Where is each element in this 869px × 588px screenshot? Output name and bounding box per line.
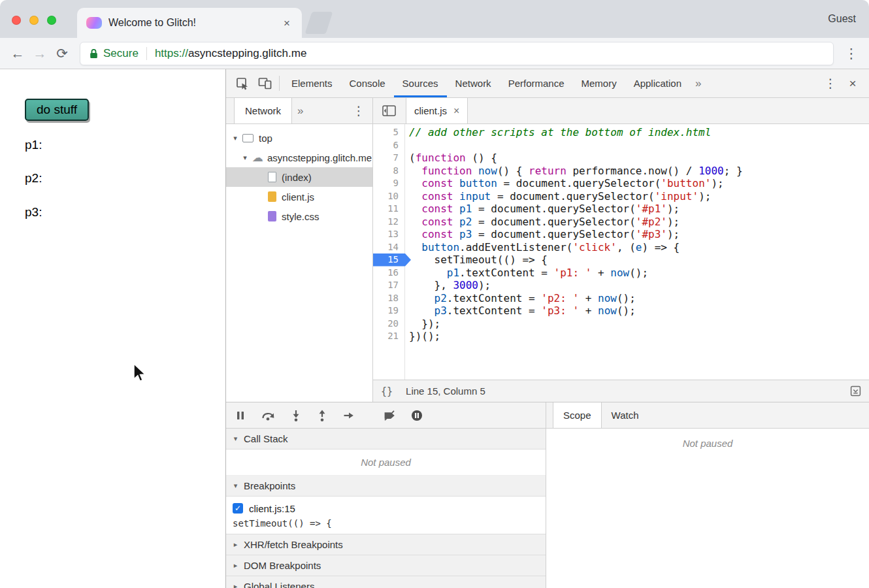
line-number[interactable]: 5 <box>373 126 404 139</box>
line-number[interactable]: 7 <box>373 152 404 165</box>
line-number[interactable]: 18 <box>373 292 404 305</box>
devtools-tab-performance[interactable]: Performance <box>500 69 573 97</box>
disclosure-triangle-icon: ▾ <box>232 434 239 443</box>
line-number[interactable]: 14 <box>373 241 404 254</box>
back-button[interactable]: ← <box>7 46 29 61</box>
browser-menu-icon[interactable]: ⋮ <box>840 46 862 61</box>
url-text: https://asyncstepping.glitch.me <box>155 47 306 60</box>
address-bar[interactable]: Secure https://asyncstepping.glitch.me <box>80 42 834 65</box>
editor-tab-clientjs[interactable]: client.js × <box>406 98 468 123</box>
xhr-fetch-breakpoints-header[interactable]: ▸XHR/fetch Breakpoints <box>226 534 546 555</box>
browser-tab[interactable]: Welcome to Glitch! × <box>77 8 302 38</box>
line-number[interactable]: 13 <box>373 228 404 241</box>
deactivate-breakpoints-icon[interactable] <box>384 410 395 421</box>
glitch-favicon-icon <box>86 17 102 29</box>
code-token: return <box>529 165 566 177</box>
devtools-tab-sources[interactable]: Sources <box>394 69 447 97</box>
inspect-element-icon[interactable] <box>231 69 254 97</box>
code-token: p3 <box>434 304 447 317</box>
line-number[interactable]: 12 <box>373 216 404 229</box>
pause-icon[interactable] <box>235 410 246 421</box>
devtools-tab-application[interactable]: Application <box>625 69 690 97</box>
breakpoints-header[interactable]: ▾ Breakpoints <box>226 476 546 497</box>
line-number[interactable]: 6 <box>373 139 404 152</box>
tree-item-index[interactable]: (index) <box>226 167 372 187</box>
global-listeners-label: Global Listeners <box>244 581 314 588</box>
disclosure-triangle-icon[interactable]: ▾ <box>240 154 250 162</box>
tab-close-icon[interactable]: × <box>281 16 293 30</box>
navigator-toggle-icon[interactable] <box>377 98 401 123</box>
show-drawer-icon[interactable] <box>850 385 861 397</box>
dom-breakpoints-header[interactable]: ▸DOM Breakpoints <box>226 555 546 576</box>
code-editor[interactable]: 5// add other scripts at the bottom of i… <box>373 124 869 380</box>
code-row: 12 const p2 = document.querySelector('#p… <box>373 216 869 229</box>
devtools-menu-icon[interactable]: ⋮ <box>819 69 842 97</box>
devtools-tab-memory[interactable]: Memory <box>573 69 625 97</box>
step-over-icon[interactable] <box>261 410 275 421</box>
navigator-menu-icon[interactable]: ⋮ <box>348 98 370 123</box>
zoom-window-button[interactable] <box>47 16 56 25</box>
sources-navigator: Network » ⋮ ▾top▾☁asyncstepping.glitch.m… <box>226 98 373 402</box>
minimize-window-button[interactable] <box>29 16 39 25</box>
more-tabs-icon[interactable]: » <box>690 69 706 97</box>
profile-label[interactable]: Guest <box>828 13 856 25</box>
line-number[interactable]: 16 <box>373 267 404 280</box>
breakpoint-checkbox[interactable]: ✓ <box>233 503 243 514</box>
code-token: const <box>421 228 453 240</box>
line-number[interactable]: 21 <box>373 330 404 343</box>
pause-on-exceptions-icon[interactable] <box>411 410 423 421</box>
tree-item-asyncstepping-glitch-me[interactable]: ▾☁asyncstepping.glitch.me <box>226 148 372 167</box>
mouse-cursor <box>132 363 146 383</box>
line-number[interactable]: 11 <box>373 203 404 216</box>
global-listeners-header[interactable]: ▸Global Listeners <box>226 576 546 588</box>
step-out-icon[interactable] <box>317 410 327 421</box>
code-line: const p3 = document.querySelector('#p3')… <box>404 228 680 241</box>
cloud-icon: ☁ <box>252 152 263 163</box>
disclosure-triangle-icon[interactable]: ▾ <box>231 134 240 142</box>
reload-button[interactable]: ⟳ <box>51 46 73 61</box>
line-number[interactable]: 20 <box>373 318 404 331</box>
scope-tab-watch[interactable]: Watch <box>602 402 649 428</box>
navigator-tab-network[interactable]: Network <box>234 98 292 123</box>
page-paragraph-1: p1: <box>25 138 42 152</box>
line-number[interactable]: 19 <box>373 304 404 318</box>
step-into-icon[interactable] <box>291 410 301 421</box>
stylesheet-icon <box>268 211 276 221</box>
code-row: 18 p2.textContent = 'p2: ' + now(); <box>373 292 869 305</box>
web-page: do stuff p1:p2:p3: <box>0 69 225 588</box>
scope-tab-scope[interactable]: Scope <box>553 402 602 428</box>
code-line: const p1 = document.querySelector('#p1')… <box>404 203 680 216</box>
gutter-divider <box>404 124 405 380</box>
close-window-button[interactable] <box>12 16 21 25</box>
code-token: button <box>459 177 497 189</box>
tree-item-top[interactable]: ▾top <box>226 128 372 148</box>
xhr-fetch-breakpoints-label: XHR/fetch Breakpoints <box>244 539 343 550</box>
tree-item-style-css[interactable]: style.css <box>226 206 372 226</box>
line-number[interactable]: 17 <box>373 279 404 292</box>
do-stuff-button[interactable]: do stuff <box>25 99 89 121</box>
pretty-print-icon[interactable]: {} <box>381 385 393 397</box>
code-token: '#p3' <box>636 228 667 240</box>
new-tab-button[interactable] <box>304 12 333 34</box>
devtools-tab-console[interactable]: Console <box>341 69 394 97</box>
code-token: , ( <box>617 241 636 253</box>
device-toolbar-icon[interactable] <box>254 69 276 97</box>
line-number[interactable]: 8 <box>373 165 404 178</box>
line-number[interactable]: 9 <box>373 177 404 190</box>
tree-item-client-js[interactable]: client.js <box>226 187 372 206</box>
code-token <box>409 292 434 304</box>
breakpoint-entry[interactable]: ✓client.js:15setTimeout(() => { <box>226 497 546 534</box>
forward-button[interactable]: → <box>29 46 51 61</box>
step-icon[interactable] <box>343 410 355 421</box>
breakpoint-marker[interactable]: 15 <box>373 253 411 267</box>
code-row: 17 }, 3000); <box>373 279 869 292</box>
line-number[interactable]: 10 <box>373 190 404 203</box>
code-row: 7(function () { <box>373 152 869 165</box>
call-stack-header[interactable]: ▾ Call Stack <box>226 429 546 449</box>
devtools-tab-elements[interactable]: Elements <box>283 69 341 97</box>
devtools-tab-network[interactable]: Network <box>447 69 500 97</box>
devtools-close-icon[interactable]: × <box>842 69 864 97</box>
editor-tab-close-icon[interactable]: × <box>453 105 459 117</box>
navigator-more-tabs-icon[interactable]: » <box>292 98 308 123</box>
code-row: 10 const input = document.querySelector(… <box>373 190 869 203</box>
